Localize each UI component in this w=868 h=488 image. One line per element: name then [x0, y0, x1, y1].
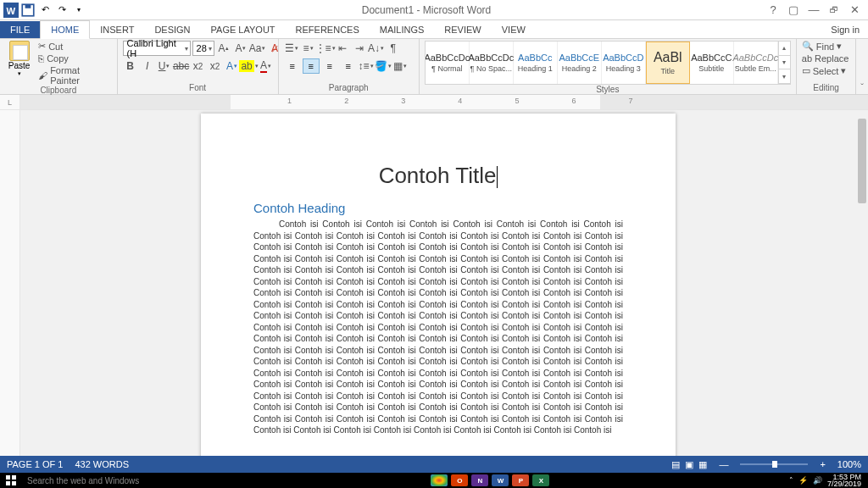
copy-button[interactable]: ⎘Copy — [36, 53, 111, 64]
style-item-nospac[interactable]: AaBbCcDc¶ No Spac... — [470, 42, 514, 84]
document-title-text[interactable]: Contoh Title — [253, 163, 623, 189]
horizontal-ruler[interactable]: 1234567 — [20, 95, 868, 109]
volume-icon[interactable]: 🔊 — [813, 476, 822, 485]
style-item-heading2[interactable]: AaBbCcEHeading 2 — [558, 42, 602, 84]
style-item-normal[interactable]: AaBbCcDc¶ Normal — [426, 42, 470, 84]
ribbon-display-icon[interactable]: ▢ — [787, 3, 800, 16]
subscript-button[interactable]: x2 — [191, 58, 206, 74]
italic-button[interactable]: I — [140, 58, 155, 74]
show-marks-button[interactable]: ¶ — [386, 41, 401, 56]
tab-mailings[interactable]: MAILINGS — [370, 21, 435, 38]
tab-page-layout[interactable]: PAGE LAYOUT — [201, 21, 286, 38]
network-icon[interactable]: ⚡ — [798, 476, 808, 485]
word-count[interactable]: 432 WORDS — [75, 459, 129, 469]
shrink-font-button[interactable]: A▾ — [233, 41, 248, 56]
zoom-slider[interactable] — [740, 463, 808, 465]
format-painter-button[interactable]: 🖌Format Painter — [36, 65, 111, 86]
read-mode-icon[interactable]: ▤ — [671, 459, 680, 470]
page-viewport[interactable]: Contoh Title Contoh Heading Contoh isi C… — [20, 110, 856, 473]
help-icon[interactable]: ? — [766, 3, 780, 16]
document-body-text[interactable]: Contoh isi Contoh isi Contoh isi Contoh … — [253, 219, 623, 436]
vertical-ruler[interactable] — [0, 110, 20, 473]
change-case-button[interactable]: Aa — [250, 41, 265, 56]
superscript-button[interactable]: x2 — [208, 58, 223, 74]
select-button[interactable]: ▭Select ▾ — [802, 65, 849, 76]
gallery-more-icon[interactable]: ▾ — [779, 69, 790, 84]
sign-in-link[interactable]: Sign in — [822, 21, 868, 38]
font-size-combo[interactable]: 28 — [192, 41, 214, 56]
font-name-combo[interactable]: Calibri Light (H — [123, 41, 191, 56]
onenote-icon[interactable]: N — [471, 474, 488, 486]
print-layout-icon[interactable]: ▣ — [685, 459, 693, 470]
decrease-indent-button[interactable]: ⇤ — [335, 41, 350, 56]
numbering-button[interactable]: ≡ — [301, 41, 316, 56]
tray-chevron-icon[interactable]: ˄ — [789, 476, 793, 485]
page[interactable]: Contoh Title Contoh Heading Contoh isi C… — [201, 114, 676, 473]
undo-icon[interactable]: ↶ — [37, 3, 53, 18]
minimize-icon[interactable]: — — [807, 3, 821, 16]
system-tray[interactable]: ˄ ⚡ 🔊 1:53 PM 7/29/2019 — [789, 474, 865, 487]
justify-button[interactable]: ≡ — [340, 58, 357, 74]
word-taskbar-icon[interactable]: W — [492, 474, 509, 486]
office-icon[interactable]: O — [451, 474, 468, 486]
zoom-slider-thumb[interactable] — [772, 461, 777, 468]
scrollbar-thumb[interactable] — [858, 119, 866, 203]
tab-insert[interactable]: INSERT — [90, 21, 144, 38]
excel-icon[interactable]: X — [532, 474, 549, 486]
multilevel-list-button[interactable]: ⋮≡ — [318, 41, 333, 56]
powerpoint-icon[interactable]: P — [512, 474, 529, 486]
cut-button[interactable]: ✂Cut — [36, 41, 111, 52]
bold-button[interactable]: B — [123, 58, 138, 74]
web-layout-icon[interactable]: ▦ — [698, 459, 707, 470]
grow-font-button[interactable]: A▴ — [216, 41, 231, 56]
underline-button[interactable]: U — [157, 58, 172, 74]
zoom-out-button[interactable]: — — [719, 459, 728, 469]
tab-view[interactable]: VIEW — [492, 21, 536, 38]
align-left-button[interactable]: ≡ — [284, 58, 301, 74]
style-item-heading1[interactable]: AaBbCcHeading 1 — [514, 42, 558, 84]
gallery-down-icon[interactable]: ▾ — [779, 56, 790, 70]
sort-button[interactable]: A↓ — [369, 41, 384, 56]
style-item-subtleem[interactable]: AaBbCcDcSubtle Em... — [734, 42, 778, 84]
align-center-button[interactable]: ≡ — [303, 58, 320, 74]
style-item-heading3[interactable]: AaBbCcDHeading 3 — [602, 42, 646, 84]
increase-indent-button[interactable]: ⇥ — [352, 41, 367, 56]
line-spacing-button[interactable]: ↕≡ — [359, 58, 374, 74]
strikethrough-button[interactable]: abc — [174, 58, 189, 74]
close-icon[interactable]: ✕ — [848, 3, 861, 16]
vertical-scrollbar[interactable] — [856, 110, 868, 473]
text-effects-button[interactable]: A — [225, 58, 240, 74]
svg-rect-3 — [25, 4, 31, 8]
tab-home[interactable]: HOME — [40, 20, 90, 39]
highlight-button[interactable]: ab — [242, 58, 257, 74]
document-heading-text[interactable]: Contoh Heading — [253, 201, 623, 215]
tab-file[interactable]: FILE — [0, 21, 40, 38]
align-right-button[interactable]: ≡ — [321, 58, 338, 74]
style-item-subtitle[interactable]: AaBbCcCSubtitle — [690, 42, 734, 84]
replace-button[interactable]: abReplace — [802, 53, 849, 64]
restore-icon[interactable]: 🗗 — [827, 5, 841, 14]
style-item-title[interactable]: AaBlTitle — [646, 42, 690, 84]
borders-button[interactable]: ▦ — [392, 58, 408, 74]
zoom-in-button[interactable]: + — [820, 459, 825, 469]
bullets-button[interactable]: ☰ — [284, 41, 299, 56]
gallery-up-icon[interactable]: ▴ — [779, 42, 790, 56]
redo-icon[interactable]: ↷ — [54, 3, 70, 18]
taskbar-search[interactable]: Search the web and Windows — [22, 476, 192, 485]
zoom-level[interactable]: 100% — [837, 459, 861, 469]
collapse-ribbon-icon[interactable]: ˇ — [856, 39, 868, 94]
paste-button[interactable]: Paste ▾ — [5, 41, 33, 77]
start-button[interactable] — [3, 473, 19, 488]
page-indicator[interactable]: PAGE 1 OF 1 — [7, 459, 63, 469]
chrome-icon[interactable] — [431, 474, 448, 486]
font-color-button[interactable]: A — [259, 58, 274, 74]
shading-button[interactable]: 🪣 — [376, 58, 391, 74]
tab-design[interactable]: DESIGN — [144, 21, 200, 38]
find-button[interactable]: 🔍Find ▾ — [802, 41, 849, 52]
word-app-icon[interactable]: W — [3, 3, 19, 18]
qat-customize-icon[interactable]: ▾ — [71, 3, 86, 18]
save-icon[interactable] — [20, 3, 36, 18]
tab-references[interactable]: REFERENCES — [286, 21, 370, 38]
clock[interactable]: 1:53 PM 7/29/2019 — [827, 474, 865, 487]
tab-review[interactable]: REVIEW — [434, 21, 491, 38]
